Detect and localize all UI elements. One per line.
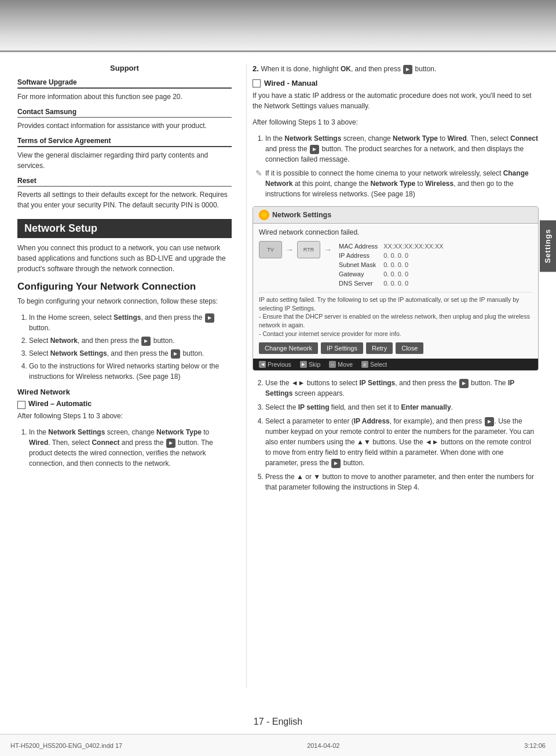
wired-auto-checkbox [17, 401, 25, 409]
wired-manual-label: Wired - Manual [264, 79, 317, 87]
page-number: 17 [254, 717, 264, 726]
ns-failed-msg: Wired network connection failed. [259, 228, 532, 236]
manual-step-3: Select the IP setting field, and then se… [265, 402, 539, 412]
contact-samsung-label: Contact Samsung [17, 108, 232, 116]
software-upgrade-divider [17, 87, 232, 89]
nav-move-icon: ↔ [329, 361, 336, 368]
note-text: If it is possible to connect the home ci… [265, 168, 539, 199]
ns-arrow1: → [286, 245, 294, 254]
button-icon-ok [403, 65, 412, 74]
manual-steps-2to5: Use the ◄► buttons to select IP Settings… [253, 378, 539, 492]
main-content: Support Software Upgrade For more inform… [0, 52, 556, 734]
page-language: English [272, 717, 302, 726]
ns-title-bar: Network Settings [253, 207, 538, 224]
right-step-2: 2. When it is done, highlight OK, and th… [253, 64, 539, 74]
footer-time: 3:12:06 [524, 742, 546, 749]
top-bar-line [0, 50, 556, 52]
footer-date: 2014-04-02 [307, 742, 339, 749]
ns-mac-row: MAC Address XX:XX:XX:XX:XX:XX [339, 242, 448, 250]
change-network-button[interactable]: Change Network [259, 342, 318, 354]
software-upgrade-text: For more information about this function… [17, 92, 232, 102]
ns-subnet-value: 0. 0. 0. 0 [383, 261, 448, 269]
ns-buttons: Change Network IP Settings Retry Close [259, 342, 532, 354]
left-column: Support Software Upgrade For more inform… [17, 64, 232, 688]
wired-auto-steps: In the Network Settings screen, change N… [17, 427, 232, 469]
note-wireless: ✎ If it is possible to connect the home … [253, 168, 539, 199]
ns-subnet-row: Subnet Mask 0. 0. 0. 0 [339, 261, 448, 269]
nav-skip: ▶ Skip [300, 361, 320, 368]
ns-title-text: Network Settings [272, 211, 331, 219]
ns-device: TV [259, 241, 282, 258]
btn-icon-m4b [331, 459, 341, 468]
reset-divider [17, 186, 232, 187]
contact-samsung-text: Provides contact information for assista… [17, 120, 232, 131]
ns-dns-label: DNS Server [339, 279, 382, 287]
step-2-num: 2. [253, 64, 259, 73]
after-steps-text: After following Steps 1 to 3 above: [253, 117, 539, 127]
ns-subnet-label: Subnet Mask [339, 261, 382, 269]
btn-icon-m1 [310, 145, 319, 154]
ns-warning-text: IP auto setting failed. Try the followin… [259, 292, 532, 338]
support-header: Support [17, 64, 232, 72]
terms-divider [17, 146, 232, 147]
ns-ip-label: IP Address [339, 251, 382, 260]
ns-gateway-label: Gateway [339, 270, 382, 278]
ns-arrow2: → [324, 245, 332, 254]
bottom-footer: HT-H5200_HS5200-ENG_0402.indd 17 2014-04… [0, 734, 556, 756]
nav-skip-icon: ▶ [300, 361, 307, 368]
page-number-section: 17 - English [0, 717, 556, 727]
network-setup-intro: When you connect this product to a netwo… [17, 243, 232, 274]
nav-move-label: Move [338, 361, 353, 368]
ns-mac-value: XX:XX:XX:XX:XX:XX [383, 242, 448, 250]
nav-skip-label: Skip [309, 361, 320, 368]
ns-warning1: IP auto setting failed. Try the followin… [259, 296, 519, 312]
ns-title-icon [259, 210, 269, 220]
wired-auto-intro: After following Steps 1 to 3 above: [17, 411, 232, 421]
terms-label: Terms of Service Agreement [17, 137, 232, 145]
ns-warning3: - Contact your internet service provider… [259, 330, 401, 337]
button-icon-3 [171, 349, 180, 359]
btn-icon-m2 [459, 379, 469, 388]
button-icon-auto [166, 439, 175, 448]
right-column: 2. When it is done, highlight OK, and th… [246, 64, 539, 688]
settings-tab: Settings [540, 220, 556, 272]
manual-step-1: In the Network Settings screen, change N… [265, 133, 539, 165]
ns-dns-value: 0. 0. 0. 0 [383, 279, 448, 287]
config-step-2: Select Network, and then press the butto… [29, 335, 232, 346]
config-steps-list: In the Home screen, select Settings, and… [17, 312, 232, 382]
terms-text: View the general disclaimer regarding th… [17, 150, 232, 171]
ns-network-diagram: TV → RTR → [259, 241, 332, 258]
ns-nav-bar: ◀ Previous ▶ Skip ↔ Move E Select [253, 359, 538, 370]
button-icon-2 [141, 337, 151, 346]
btn-icon-m4 [485, 417, 494, 426]
reset-text: Reverts all settings to their defaults e… [17, 189, 232, 210]
nav-move: ↔ Move [329, 361, 353, 368]
nav-previous-icon: ◀ [259, 361, 266, 368]
page-wrapper: Settings Support Software Upgrade For mo… [0, 0, 556, 756]
note-icon: ✎ [255, 169, 262, 178]
close-button[interactable]: Close [396, 342, 423, 354]
nav-previous: ◀ Previous [259, 361, 291, 368]
button-icon-1 [205, 313, 214, 323]
manual-step-5: Press the ▲ or ▼ button to move to anoth… [265, 472, 539, 492]
nav-select-label: Select [370, 361, 387, 368]
wired-network-label: Wired Network [17, 388, 232, 396]
ns-dns-row: DNS Server 0. 0. 0. 0 [339, 279, 448, 287]
nav-previous-label: Previous [268, 361, 291, 368]
wired-auto-label: Wired – Automatic [28, 400, 92, 408]
network-setup-heading: Network Setup [17, 219, 232, 238]
ns-mac-label: MAC Address [339, 242, 382, 250]
ns-router: RTR [297, 241, 320, 258]
contact-samsung-divider [17, 117, 232, 118]
ns-gateway-row: Gateway 0. 0. 0. 0 [339, 270, 448, 278]
footer-file: HT-H5200_HS5200-ENG_0402.indd 17 [10, 742, 122, 749]
retry-button[interactable]: Retry [366, 342, 393, 354]
wired-manual-intro: If you have a static IP address or the a… [253, 90, 539, 111]
software-upgrade-label: Software Upgrade [17, 78, 232, 86]
ns-info-table: MAC Address XX:XX:XX:XX:XX:XX IP Address… [338, 241, 449, 288]
ip-settings-button[interactable]: IP Settings [321, 342, 363, 354]
ns-ip-value: 0. 0. 0. 0 [383, 251, 448, 260]
ns-ip-row: IP Address 0. 0. 0. 0 [339, 251, 448, 260]
network-settings-box: Network Settings Wired network connectio… [253, 206, 539, 371]
manual-step-2: Use the ◄► buttons to select IP Settings… [265, 378, 539, 399]
